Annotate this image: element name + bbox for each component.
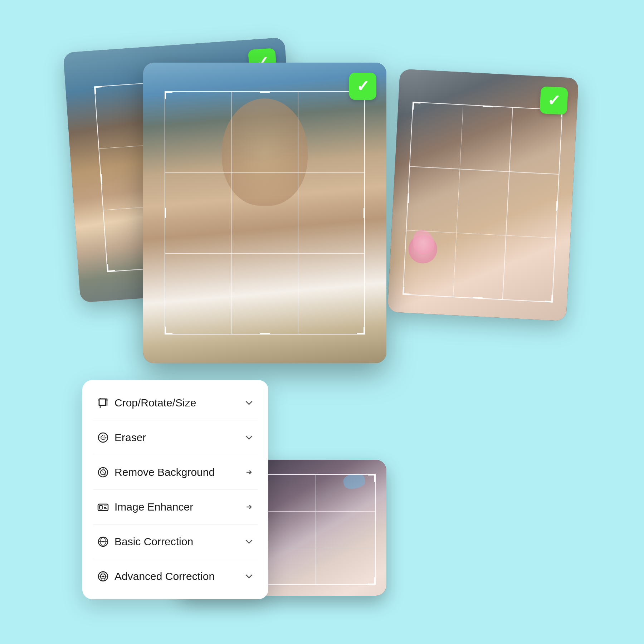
menu-item-eraser[interactable]: Eraser bbox=[82, 420, 268, 455]
menu-label-enhancer: Image Enhancer bbox=[114, 501, 243, 513]
check-badge-center bbox=[349, 73, 376, 100]
menu-arrow-enhancer bbox=[243, 501, 255, 513]
svg-rect-13 bbox=[99, 506, 102, 509]
menu-arrow-advanced-correction bbox=[243, 570, 255, 583]
card-center bbox=[143, 63, 386, 363]
svg-rect-0 bbox=[99, 399, 106, 405]
scene: Crop/Rotate/Size Eraser bbox=[72, 45, 572, 599]
advanced-correction-icon bbox=[95, 569, 111, 584]
menu-label-remove-bg: Remove Background bbox=[114, 466, 243, 478]
remove-bg-icon bbox=[95, 464, 111, 480]
basic-correction-icon bbox=[95, 534, 111, 550]
card-back-right bbox=[387, 69, 579, 321]
menu-arrow-eraser bbox=[243, 431, 255, 444]
menu-item-basic-correction[interactable]: Basic Correction bbox=[82, 525, 268, 559]
crop-icon bbox=[95, 395, 111, 411]
menu-arrow-basic-correction bbox=[243, 535, 255, 548]
menu-panel: Crop/Rotate/Size Eraser bbox=[82, 380, 268, 599]
check-badge-back-right bbox=[540, 86, 568, 115]
menu-arrow-remove-bg bbox=[243, 466, 255, 479]
menu-label-eraser: Eraser bbox=[114, 431, 243, 444]
menu-item-enhancer[interactable]: Image Enhancer bbox=[82, 490, 268, 524]
menu-item-advanced-correction[interactable]: Advanced Correction bbox=[82, 559, 268, 594]
svg-point-23 bbox=[102, 576, 104, 577]
menu-item-crop[interactable]: Crop/Rotate/Size bbox=[82, 386, 268, 420]
svg-point-19 bbox=[102, 541, 104, 542]
menu-label-basic-correction: Basic Correction bbox=[114, 536, 243, 548]
menu-label-crop: Crop/Rotate/Size bbox=[114, 397, 243, 409]
menu-item-remove-bg[interactable]: Remove Background bbox=[82, 455, 268, 489]
menu-arrow-crop bbox=[243, 396, 255, 409]
menu-label-advanced-correction: Advanced Correction bbox=[114, 570, 243, 582]
eraser-icon bbox=[95, 430, 111, 445]
enhancer-icon bbox=[95, 499, 111, 515]
